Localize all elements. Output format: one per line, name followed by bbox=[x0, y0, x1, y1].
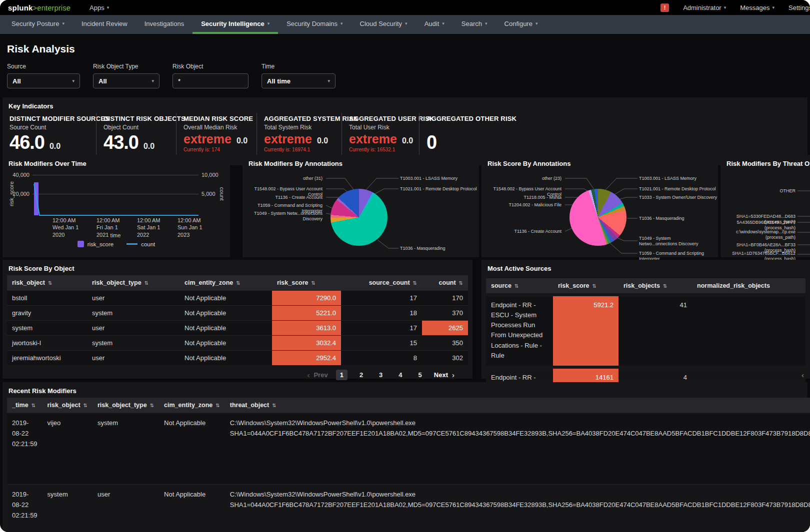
legend-risk-score[interactable]: risk_score bbox=[78, 241, 114, 247]
column-header[interactable]: risk_score⇅ bbox=[553, 278, 618, 293]
panel-scroll-left-icon[interactable]: ‹ bbox=[802, 371, 804, 379]
page-title: Risk Analysis bbox=[0, 34, 810, 57]
column-header[interactable]: count⇅ bbox=[422, 275, 468, 291]
kpi-aggregated-system-risk[interactable]: AGGREGATED SYSTEM RISK Total System Risk… bbox=[256, 113, 342, 160]
pie-label[interactable]: T1021.001 - Remote Desktop Protocol bbox=[639, 186, 716, 192]
source-dropdown[interactable]: All ▾ bbox=[7, 73, 80, 88]
table-row[interactable]: jwortoski-l system Not Applicable 3032.4… bbox=[7, 336, 468, 351]
nav-investigations[interactable]: Investigations bbox=[136, 15, 193, 34]
caret-down-icon: ▾ bbox=[62, 21, 64, 26]
risk-score-by-annotations-panel: Risk Score By Annotations other (23) T15… bbox=[482, 155, 718, 257]
risk-score-swatch bbox=[78, 241, 84, 247]
source-filter-label: Source bbox=[7, 63, 80, 70]
column-header[interactable]: risk_object⇅ bbox=[7, 275, 87, 291]
pie-label[interactable]: T1036 - Masquerading bbox=[400, 246, 446, 251]
column-header[interactable]: risk_object_type⇅ bbox=[92, 398, 159, 413]
page-5-button[interactable]: 5 bbox=[414, 370, 426, 380]
kpi-current: Currently is: 16532.1 bbox=[349, 147, 412, 153]
pie-label[interactable]: T1003.001 - LSASS Memory bbox=[639, 176, 696, 181]
risk-score-by-annotations-pie[interactable] bbox=[570, 189, 626, 246]
pie-label[interactable]: c:\windows\systemap...cp.exe (process_pa… bbox=[736, 229, 796, 241]
messages-menu[interactable]: Messages ▾ bbox=[740, 4, 774, 11]
next-page-button[interactable]: Next› bbox=[434, 371, 454, 379]
settings-menu[interactable]: Settings bbox=[788, 4, 810, 11]
pie-label[interactable]: T1033 - System Owner/User Discovery bbox=[639, 195, 717, 200]
prev-page-button[interactable]: ‹Prev bbox=[307, 371, 328, 379]
pie-label[interactable]: T1003.001 - LSASS Memory bbox=[400, 176, 458, 181]
nav-security-intelligence[interactable]: Security Intelligence▾ bbox=[192, 15, 278, 34]
kpi-delta: 0.0 bbox=[317, 136, 328, 145]
table-row[interactable]: Endpoint - RR - ESCU - System Processes … bbox=[486, 296, 806, 366]
pie-label[interactable]: T1021.001 - Remote Desktop Protocol bbox=[400, 186, 477, 192]
nav-security-domains[interactable]: Security Domains▾ bbox=[278, 15, 351, 34]
kpi-aggregated-user-risk[interactable]: AGGREGATED USER RISK Total User Risk ext… bbox=[342, 113, 419, 160]
chart-title: Risk Modifiers Over Time bbox=[2, 155, 230, 170]
chart-legend: risk_score count bbox=[2, 241, 230, 247]
column-header[interactable]: cim_entity_zone⇅ bbox=[180, 275, 272, 291]
sort-icon: ⇅ bbox=[514, 283, 518, 289]
logo-product-text: enterprise bbox=[37, 3, 70, 12]
legend-count[interactable]: count bbox=[126, 241, 155, 247]
nav-security-posture[interactable]: Security Posture▾ bbox=[3, 15, 73, 34]
nav-search[interactable]: Search▾ bbox=[453, 15, 496, 34]
table-row[interactable]: 2019-08-22 02:21:59 vijeo system Not App… bbox=[7, 413, 810, 485]
column-header[interactable]: risk_score⇅ bbox=[272, 275, 341, 291]
pie-label[interactable]: T1136 - Create Account bbox=[276, 195, 322, 200]
column-header[interactable]: threat_object⇅ bbox=[225, 398, 810, 413]
table-row[interactable]: gravity system Not Applicable 5221.0 18 … bbox=[7, 306, 468, 321]
table-row[interactable]: bstoll user Not Applicable 7290.0 17 170 bbox=[7, 291, 468, 306]
nav-cloud-security[interactable]: Cloud Security▾ bbox=[352, 15, 416, 34]
pie-label[interactable]: OTHER bbox=[780, 188, 796, 194]
pie-label[interactable]: T1136 - Create Account bbox=[514, 229, 562, 234]
nav-incident-review[interactable]: Incident Review bbox=[73, 15, 136, 34]
table-row[interactable]: jeremiahwortoski user Not Applicable 295… bbox=[7, 351, 468, 366]
apps-menu[interactable]: Apps ▾ bbox=[90, 4, 109, 11]
pie-label[interactable]: T1036 - Masquerading bbox=[639, 216, 684, 221]
pie-label[interactable]: other (23) bbox=[542, 176, 562, 181]
pie-label[interactable]: other (31) bbox=[303, 176, 322, 181]
y-left-tick: 40,000 bbox=[4, 172, 30, 178]
page-1-button[interactable]: 1 bbox=[336, 370, 348, 380]
page-4-button[interactable]: 4 bbox=[394, 370, 406, 380]
table-header-row: risk_object⇅ risk_object_type⇅ cim_entit… bbox=[7, 275, 468, 291]
alert-badge[interactable]: ! bbox=[660, 3, 669, 12]
risk-object-input[interactable]: * bbox=[172, 73, 248, 88]
kpi-aggregated-other-risk[interactable]: AGGREGATED OTHER RISK 0 bbox=[419, 113, 808, 160]
column-header[interactable]: source⇅ bbox=[486, 278, 553, 293]
risk-score-cell: 3613.0 bbox=[272, 321, 341, 336]
splunk-logo[interactable]: splunk>enterprise bbox=[8, 3, 70, 12]
pie-label[interactable]: T1049 - System Netw...onnections Discove… bbox=[242, 211, 322, 222]
time-dropdown[interactable]: All time ▾ bbox=[262, 73, 336, 88]
risk-object-type-dropdown[interactable]: All ▾ bbox=[93, 73, 160, 88]
pie-label[interactable]: T1204.002 - Malicious File bbox=[508, 202, 562, 208]
table-row[interactable]: 2019-08-22 02:21:59 system user Not Appl… bbox=[7, 485, 810, 532]
administrator-menu[interactable]: Administrator ▾ bbox=[683, 4, 726, 11]
nav-configure[interactable]: Configure▾ bbox=[496, 15, 546, 34]
risk-object-type-filter: Risk Object Type All ▾ bbox=[93, 63, 160, 88]
chart-title: Risk Modifiers By Threat Object bbox=[720, 155, 810, 170]
column-header[interactable]: risk_object⇅ bbox=[42, 398, 92, 413]
column-header[interactable]: normalized_risk_objects bbox=[692, 278, 806, 293]
risk-modifiers-by-annotations-pie[interactable] bbox=[330, 189, 388, 246]
kpi-median-risk-score[interactable]: MEDIAN RISK SCORE Overall Median Risk ex… bbox=[176, 113, 256, 160]
risk-score-bar[interactable] bbox=[34, 182, 38, 215]
pie-label[interactable]: T1218.005 - Mshta bbox=[524, 195, 562, 200]
nav-audit[interactable]: Audit▾ bbox=[416, 15, 453, 34]
column-header[interactable]: _time⇅ bbox=[7, 398, 42, 413]
column-header[interactable]: cim_entity_zone⇅ bbox=[159, 398, 225, 413]
chart-title: Risk Score By Annotations bbox=[482, 155, 718, 170]
kpi-distinct-modifier-sources[interactable]: DISTINCT MODIFIER SOURCES Source Count 4… bbox=[2, 113, 96, 160]
alert-icon: ! bbox=[664, 4, 666, 10]
column-header[interactable]: risk_object_type⇅ bbox=[87, 275, 180, 291]
risk-score-cell: 3032.4 bbox=[272, 336, 341, 351]
page-3-button[interactable]: 3 bbox=[375, 370, 386, 380]
page-2-button[interactable]: 2 bbox=[356, 370, 367, 380]
kpi-delta: 0.0 bbox=[402, 136, 413, 145]
filter-bar: Source All ▾ Risk Object Type All ▾ Risk… bbox=[0, 57, 810, 96]
kpi-value: 43.0 bbox=[104, 133, 138, 152]
column-header[interactable]: source_count⇅ bbox=[341, 275, 422, 291]
pie-label[interactable]: T1049 - System Netwo...onnections Discov… bbox=[639, 236, 698, 247]
column-header[interactable]: risk_objects⇅ bbox=[618, 278, 692, 293]
table-row[interactable]: system user Not Applicable 3613.0 17 262… bbox=[7, 321, 468, 336]
kpi-distinct-risk-objects[interactable]: DISTINCT RISK OBJECTS Object Count 43.00… bbox=[96, 113, 176, 160]
